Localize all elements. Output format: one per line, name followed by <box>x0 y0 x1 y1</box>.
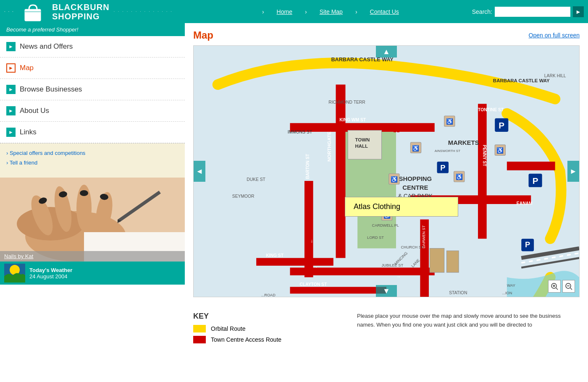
map-nav-top[interactable]: ▲ <box>376 46 397 58</box>
links-icon: ► <box>6 128 16 137</box>
zoom-controls <box>548 280 575 293</box>
sidebar-item-links[interactable]: ► Links <box>0 122 185 143</box>
svg-text:TONTINE ST: TONTINE ST <box>478 107 504 112</box>
dots-right: · · · · · · · · · · · · · · <box>114 10 173 13</box>
svg-text:P: P <box>499 120 504 130</box>
sidebar-item-browse[interactable]: ► Browse Businesses <box>0 79 185 100</box>
map-image: BARBARA CASTLE WAY BARBARA CASTLE WAY LA… <box>194 46 579 297</box>
links-label: Links <box>20 128 37 136</box>
svg-text:♿: ♿ <box>412 145 420 152</box>
svg-text:KING ST: KING ST <box>266 253 284 258</box>
map-nav-right[interactable]: ► <box>567 161 579 182</box>
sidebar-item-news[interactable]: ► News and Offers <box>0 36 185 58</box>
contact-arrow: › <box>355 8 357 15</box>
zoom-in-button[interactable] <box>548 280 561 293</box>
svg-text:TOWN: TOWN <box>355 137 370 142</box>
svg-text:DUKE ST: DUKE ST <box>247 177 265 182</box>
special-offers-link[interactable]: Special offers and competitions <box>6 150 178 156</box>
sidebar-item-about[interactable]: ► About Us <box>0 100 185 122</box>
search-button[interactable]: ► <box>573 6 584 17</box>
key-section: KEY Orbital Route Town Centre Access Rou… <box>193 306 580 347</box>
svg-text:KING WM ST: KING WM ST <box>339 118 366 122</box>
browse-icon: ► <box>6 85 16 94</box>
svg-text:...ROAD: ...ROAD <box>261 293 276 297</box>
svg-text:BARBARA CASTLE WAY: BARBARA CASTLE WAY <box>493 78 550 83</box>
svg-text:♿: ♿ <box>496 147 504 154</box>
news-label: News and Offers <box>20 42 73 51</box>
nav-contact[interactable]: Contact Us <box>370 8 399 15</box>
promo-image: Nails by Kat <box>0 178 185 262</box>
main-layout: Become a preferred Shopper! ► News and O… <box>0 23 588 382</box>
news-icon: ► <box>6 42 16 51</box>
orbital-swatch <box>193 325 206 332</box>
svg-rect-75 <box>446 251 459 272</box>
svg-rect-18 <box>4 276 25 283</box>
svg-text:MARKETS: MARKETS <box>448 139 479 146</box>
page-title: Map <box>193 29 213 41</box>
svg-text:♿: ♿ <box>391 176 398 183</box>
weather-label: Today's Weather <box>29 267 72 273</box>
svg-point-13 <box>80 190 88 196</box>
zoom-out-button[interactable] <box>562 280 575 293</box>
town-centre-swatch <box>193 336 206 343</box>
about-icon: ► <box>6 106 16 115</box>
logo-icon <box>18 2 48 21</box>
svg-rect-0 <box>25 9 41 21</box>
svg-text:CHURCH ST: CHURCH ST <box>401 245 423 249</box>
svg-rect-29 <box>290 268 435 275</box>
svg-text:EANAM: EANAM <box>517 201 533 206</box>
svg-rect-22 <box>336 84 346 258</box>
svg-text:SEYMOOR: SEYMOOR <box>232 194 255 199</box>
weather-info: Today's Weather 24 August 2004 <box>29 267 72 280</box>
search-label: Search: <box>472 8 492 15</box>
svg-rect-98 <box>394 126 396 132</box>
sidebar: Become a preferred Shopper! ► News and O… <box>0 23 185 382</box>
svg-text:♿: ♿ <box>446 118 454 125</box>
map-container[interactable]: BARBARA CASTLE WAY BARBARA CASTLE WAY LA… <box>193 45 580 297</box>
map-nav-left[interactable]: ◄ <box>194 161 205 182</box>
nav-home[interactable]: Home <box>277 8 292 15</box>
svg-text:NORTHGATE: NORTHGATE <box>327 131 332 162</box>
nav-menu: ► News and Offers ► Map ► Browse Busines… <box>0 36 185 143</box>
hand-image <box>0 178 185 262</box>
sidebar-item-map[interactable]: ► Map <box>0 58 185 79</box>
key-instructions: Please place your mouse over the map and… <box>357 312 580 347</box>
svg-text:BARTON ST: BARTON ST <box>305 154 310 179</box>
search-area: Search: ► <box>472 6 584 17</box>
svg-text:BARBARA CASTLE WAY: BARBARA CASTLE WAY <box>331 57 394 63</box>
page-title-row: Map Open on full screen <box>193 29 580 41</box>
nav-sitemap[interactable]: Site Map <box>320 8 343 15</box>
svg-text:LARK HILL: LARK HILL <box>544 73 566 78</box>
svg-text:P: P <box>525 240 530 249</box>
search-input[interactable] <box>495 7 570 17</box>
svg-text:→: → <box>310 239 315 243</box>
dots-left: · · · <box>4 9 14 14</box>
svg-text:P: P <box>440 163 445 172</box>
nav-area: › Home › Site Map › Contact Us <box>189 8 472 15</box>
svg-line-108 <box>570 288 572 290</box>
browse-label: Browse Businesses <box>20 85 82 94</box>
svg-rect-74 <box>430 249 444 272</box>
map-label: Map <box>20 64 34 72</box>
orbital-label: Orbital Route <box>211 325 245 332</box>
logo-text: BLACKBURN SHOPPING <box>52 3 110 21</box>
tell-friend-link[interactable]: Tell a friend <box>6 160 178 166</box>
svg-text:→: → <box>396 274 401 279</box>
about-label: About Us <box>20 107 49 115</box>
svg-text:WAY: WAY <box>507 283 515 288</box>
svg-text:IMMONS ST: IMMONS ST <box>288 130 312 134</box>
promo-link[interactable]: Nails by Kat <box>4 253 33 259</box>
svg-text:LORD ST: LORD ST <box>367 235 384 240</box>
key-title: KEY <box>193 312 340 321</box>
promo-caption: Nails by Kat <box>0 251 185 262</box>
svg-text:PENNY ST: PENNY ST <box>482 145 487 167</box>
sitemap-arrow: › <box>305 8 307 15</box>
map-nav-bottom[interactable]: ▼ <box>376 285 397 297</box>
fullscreen-link[interactable]: Open on full screen <box>529 32 580 39</box>
svg-text:SHOPPING: SHOPPING <box>399 175 432 182</box>
svg-text:P: P <box>533 176 538 186</box>
svg-text:♿: ♿ <box>456 173 463 181</box>
svg-rect-30 <box>256 258 333 266</box>
svg-text:→: → <box>313 264 318 269</box>
svg-rect-99 <box>397 126 399 132</box>
